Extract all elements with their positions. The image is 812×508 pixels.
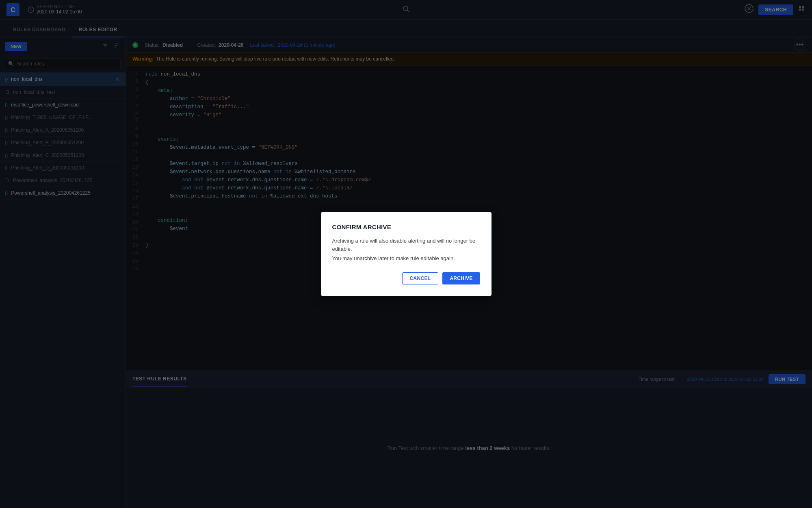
- modal-body-line1: Archiving a rule will also disable alert…: [332, 237, 480, 253]
- modal-title: CONFIRM ARCHIVE: [332, 224, 480, 230]
- confirm-archive-modal: CONFIRM ARCHIVE Archiving a rule will al…: [321, 212, 492, 296]
- modal-archive-button[interactable]: ARCHIVE: [442, 272, 480, 284]
- modal-cancel-button[interactable]: CANCEL: [402, 272, 439, 284]
- modal-actions: CANCEL ARCHIVE: [332, 272, 480, 284]
- modal-body-line2: You may unarchive later to make rule edi…: [332, 254, 480, 263]
- modal-overlay[interactable]: CONFIRM ARCHIVE Archiving a rule will al…: [0, 0, 812, 508]
- modal-body: Archiving a rule will also disable alert…: [332, 237, 480, 263]
